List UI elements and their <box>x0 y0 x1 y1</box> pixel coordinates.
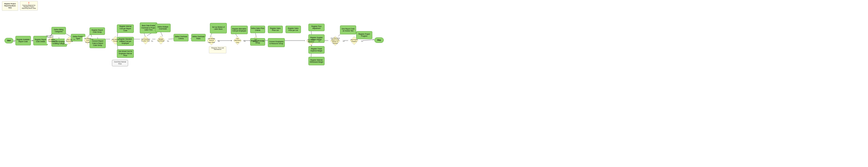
billing-categories-caption: Use BillingCategories <box>46 35 54 38</box>
define-sales-price-criteria-node[interactable]: Define Sales Price Criteria <box>250 26 265 33</box>
register-project-reporting-note: Register Project Reporting Basic Data <box>2 1 18 11</box>
svg-line-1 <box>13 40 16 41</box>
register-project-program-node[interactable]: Register Project Program <box>356 31 372 39</box>
register-internal-cost-per-report-code-node[interactable]: Register Internal Cost per Report Code <box>117 24 134 33</box>
diamond-multiple-overheads: MultipleOverheads <box>155 36 166 44</box>
diamond-report-code-groups-label: Use ReportCode Groups <box>83 37 92 44</box>
stop-label: Stop <box>377 39 381 41</box>
svg-line-44 <box>363 39 374 40</box>
start-node: Start <box>4 38 13 44</box>
diamond-cost-accounting: Use CostAccounting <box>65 37 74 44</box>
register-available-report-code-label: Register Available Report Code <box>16 39 30 43</box>
define-overhead-criteria-label: Define Overhead Criteria <box>174 36 188 40</box>
diamond-use-pricing-label: UsePricing? <box>253 38 259 43</box>
diamond-overhead-to-labor-label: Use Overheadto Labor Time <box>141 38 150 43</box>
no-label-project-program: No <box>361 40 363 42</box>
basic-data-enable-overhead-node[interactable]: Basic Data Enable Overhead to Project La… <box>140 22 157 33</box>
register-available-report-code-node[interactable]: Register Available Report Code <box>16 36 31 45</box>
define-billing-categories-node[interactable]: Define Billing Categories <box>52 27 66 34</box>
no-label-diluted: No <box>218 40 220 42</box>
define-multiple-overheads-label: Define Multiple Overheads <box>156 26 170 30</box>
no-label-pricing: No <box>262 40 265 42</box>
define-overhead-rules-label: Define Overhead Rules <box>192 36 205 40</box>
connect-report-code-to-group-label: Connect Report Code to Report Code Group <box>90 40 105 46</box>
register-project-reporting-label: Register Project Reporting Basic Data <box>3 3 17 9</box>
requires-time-attendance-label: Requires Time and Attendance <box>211 47 224 50</box>
start-label: Start <box>7 39 11 41</box>
register-project-program-label: Register Project Program <box>357 33 372 37</box>
register-price-adjustment-node[interactable]: Register Price Adjustment <box>308 24 324 31</box>
register-sales-price-list-node[interactable]: Register Sales Price List <box>268 26 283 33</box>
diamond-diluted-internal-label: Use DilutedInternalLabor Price <box>208 37 215 44</box>
register-report-code-group-label: Register Report Code Group <box>90 29 104 33</box>
cost-emp-internal-price-node: Cost Emp Internal Price <box>112 60 128 66</box>
diamond-billing-label: Use Billing Categories <box>47 38 56 43</box>
diamond-alt-report-code-names-label: Use AlternativeReport CodeNames onInvoic… <box>330 37 340 45</box>
diamond-diluted-internal: Use DilutedInternalLabor Price <box>206 37 217 45</box>
process-flow-canvas: Register Project Reporting Basic Data ! … <box>0 0 868 167</box>
give-report-code-invoice-text-node[interactable]: Give Report Code an Invoice Text <box>340 25 356 34</box>
register-alternative-cost-label: Register Alternative Cost per Employee <box>231 28 247 32</box>
define-overhead-rules-node[interactable]: Define Overhead Rules <box>191 34 206 41</box>
diamond-use-project-program-label: Use ProjectProgram <box>350 38 358 43</box>
connect-employees-resource-group-node[interactable]: Connect Employees to Resource Group <box>268 38 285 47</box>
diamond-alternative-report-code-names: Use AlternativeReport CodeNames onInvoic… <box>328 36 342 45</box>
register-sales-price-per-list-node[interactable]: Register Sales Price per List <box>285 26 301 33</box>
no-label-alt-cost: No <box>244 40 246 42</box>
register-report-code-details-label: Register Report Code Details <box>34 39 47 43</box>
stop-node: Stop <box>374 37 384 43</box>
no-label-multiple-overheads: No <box>167 40 169 42</box>
diamond-report-code-groups: Use ReportCode Groups <box>83 37 93 44</box>
set-up-dilution-labor-basic-label: Set Up Dilution of Labor Basic <box>211 26 226 30</box>
diamond-overhead-to-labor: Use Overheadto Labor Time <box>140 36 151 44</box>
register-travel-expense-margin-label: Register Travel Expense Margin <box>309 48 324 52</box>
define-multiple-overheads-node[interactable]: Define Multiple Overheads <box>155 24 170 32</box>
requires-time-attendance-note: Requires Time and Attendance <box>209 46 226 53</box>
basic-data-enable-overhead-label: Basic Data Enable Overhead to Project La… <box>141 25 156 31</box>
no-label-pricing-alterations: No <box>318 40 320 42</box>
no-label-cost: No <box>73 39 75 40</box>
diamond-cost-accounting-label: Use CostAccounting <box>65 38 73 43</box>
register-report-code-details-node[interactable]: Register Report Code Details <box>33 36 48 45</box>
no-label-overhead: No <box>151 40 153 42</box>
training-material-note: ! Training Material for Register Project… <box>20 1 38 10</box>
connect-employees-resource-group-label: Connect Employees to Resource Group <box>269 40 284 45</box>
register-material-withdrawal-margin-label: Register Material Withdrawal Margin <box>309 59 324 63</box>
set-up-dilution-labor-basic-node[interactable]: Set Up Dilution of Labor Basic <box>210 23 227 33</box>
give-report-code-invoice-text-label: Give Report Code an Invoice Text <box>341 28 355 32</box>
diamond-pricing-alterations-label: Use PricingAlterations <box>307 39 315 43</box>
register-sales-price-list-label: Register Sales Price List <box>269 27 282 32</box>
define-billing-categories-label: Define Billing Categories <box>52 29 65 33</box>
no-label-alt-report-code: No <box>343 40 345 42</box>
use-actual-cost-node[interactable]: Use Actual Cost for Employee Internal Pr… <box>117 49 134 58</box>
register-travel-expense-margin-node[interactable]: Register Travel Expense Margin <box>308 46 324 54</box>
register-standard-internal-cost-label: Register Standard Internal Cost per Empl… <box>118 38 133 45</box>
define-overhead-criteria-node[interactable]: Define Overhead Criteria <box>174 34 188 41</box>
register-price-adjustment-label: Register Price Adjustment <box>309 25 324 30</box>
no-label-internal-pricing: No <box>121 40 123 42</box>
define-sales-price-criteria-label: Define Sales Price Criteria <box>251 27 265 32</box>
register-internal-cost-label: Register Internal Cost per Report Code <box>118 25 133 32</box>
diamond-multiple-overheads-label: MultipleOverheads <box>157 38 165 43</box>
exclamation-icon: ! <box>28 2 29 4</box>
register-material-withdrawal-margin-node[interactable]: Register Material Withdrawal Margin <box>308 57 324 65</box>
training-material-label: Training Material for Register Project R… <box>22 4 36 9</box>
diamond-alternative-cost-label: UseAlternativeCost <box>234 37 241 44</box>
use-actual-cost-label: Use Actual Cost for Employee Internal Pr… <box>118 50 133 57</box>
register-report-code-group-node[interactable]: Register Report Code Group <box>90 27 105 35</box>
cost-emp-internal-price-label: Cost Emp Internal Price <box>113 61 127 65</box>
register-sales-price-per-list-label: Register Sales Price per List <box>286 27 300 32</box>
diamond-internal-pricing-label: Use InternalPricing <box>111 38 120 43</box>
diamond-alternative-cost: UseAlternativeCost <box>232 37 243 45</box>
register-alternative-cost-node[interactable]: Register Alternative Cost per Employee <box>231 26 248 34</box>
